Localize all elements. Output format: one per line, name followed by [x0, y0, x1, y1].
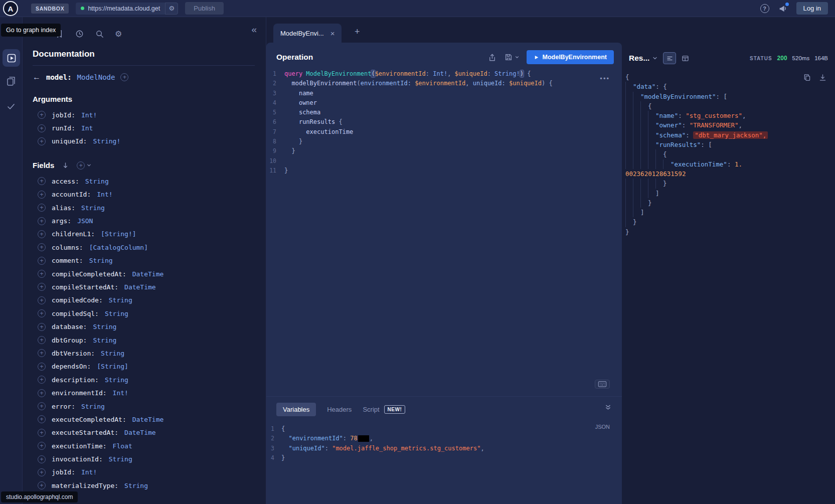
tab-headers[interactable]: Headers	[327, 406, 352, 413]
variables-editor[interactable]: 1{2 "environmentId": 78,3 "uniqueId": "m…	[266, 424, 622, 463]
field-type[interactable]: [CatalogColumn]	[89, 244, 148, 251]
announcements-icon[interactable]	[778, 4, 787, 13]
field-row[interactable]: +dbtGroup:String	[33, 333, 255, 347]
field-name[interactable]: runId:	[52, 124, 75, 132]
checks-nav-icon[interactable]	[6, 101, 16, 111]
field-row[interactable]: +materializedType:String	[33, 479, 255, 492]
add-to-query-icon[interactable]: +	[38, 363, 46, 371]
field-row[interactable]: +compiledCode:String	[33, 294, 255, 307]
add-type-icon[interactable]: +	[120, 73, 128, 81]
field-type[interactable]: String	[105, 376, 128, 384]
field-type[interactable]: String	[81, 204, 105, 212]
add-to-query-icon[interactable]: +	[38, 217, 46, 225]
add-to-query-icon[interactable]: +	[38, 204, 46, 212]
field-name[interactable]: compiledSql:	[52, 310, 99, 317]
add-to-query-icon[interactable]: +	[38, 323, 46, 331]
field-name[interactable]: executionTime:	[52, 442, 107, 450]
add-to-query-icon[interactable]: +	[38, 257, 46, 265]
connection-settings-icon[interactable]: ⚙	[165, 3, 178, 15]
add-to-query-icon[interactable]: +	[38, 336, 46, 344]
add-to-query-icon[interactable]: +	[38, 376, 46, 384]
field-name[interactable]: uniqueId:	[52, 137, 87, 145]
explorer-nav-icon[interactable]	[3, 49, 20, 67]
field-row[interactable]: +args:JSON	[33, 214, 255, 227]
field-row[interactable]: +access:String	[33, 175, 255, 188]
field-row[interactable]: +comment:String	[33, 254, 255, 267]
field-type[interactable]: [String]	[97, 363, 128, 370]
field-type[interactable]: Int!	[97, 191, 112, 198]
schema-nav-icon[interactable]	[6, 76, 16, 86]
code-line[interactable]: 4 owner	[266, 98, 622, 108]
field-name[interactable]: compiledCode:	[52, 296, 103, 304]
field-name[interactable]: jobId:	[52, 468, 75, 476]
field-row[interactable]: +database:String	[33, 320, 255, 333]
download-response-icon[interactable]	[818, 73, 827, 82]
field-type[interactable]: DateTime	[124, 283, 156, 291]
code-line[interactable]: 7 executionTime	[266, 127, 622, 137]
add-to-query-icon[interactable]: +	[38, 243, 46, 251]
field-name[interactable]: compileStartedAt:	[52, 283, 118, 291]
code-line[interactable]: 11}	[266, 166, 622, 176]
response-chevron-icon[interactable]	[652, 55, 658, 61]
field-type[interactable]: String	[93, 337, 116, 344]
table-view-toggle[interactable]	[681, 54, 690, 63]
history-icon[interactable]	[75, 29, 84, 39]
field-row[interactable]: +columns:[CatalogColumn]	[33, 241, 255, 254]
endpoint-url-chip[interactable]: https://metadata.cloud.get ⚙	[76, 3, 178, 15]
response-view-dropdown[interactable]: Res...	[629, 54, 658, 63]
add-to-query-icon[interactable]: +	[38, 177, 46, 185]
help-icon[interactable]: ?	[760, 4, 769, 13]
run-operation-button[interactable]: ModelByEnvironment	[527, 50, 614, 64]
add-to-query-icon[interactable]: +	[38, 309, 46, 317]
sort-fields-icon[interactable]	[61, 161, 70, 170]
add-to-query-icon[interactable]: +	[38, 442, 46, 450]
field-name[interactable]: materializedType:	[52, 482, 118, 489]
code-line[interactable]: 3 "uniqueId": "model.jaffle_shop_metrics…	[266, 444, 622, 453]
code-line[interactable]: 1query ModelByEnvironment($environmentId…	[266, 69, 622, 79]
collapse-variables-icon[interactable]	[604, 404, 612, 411]
code-line[interactable]: 1{	[266, 424, 622, 434]
add-to-query-icon[interactable]: +	[38, 124, 46, 132]
code-line[interactable]: 8 }	[266, 137, 622, 146]
copy-response-icon[interactable]	[803, 73, 811, 82]
field-type[interactable]: Int	[81, 124, 93, 132]
field-name[interactable]: dependsOn:	[52, 363, 91, 370]
add-to-query-icon[interactable]: +	[38, 137, 46, 145]
chevron-down-icon[interactable]	[86, 162, 92, 168]
field-name[interactable]: accountId:	[52, 191, 91, 198]
field-row[interactable]: +environmentId:Int!	[33, 386, 255, 399]
operation-tab-title[interactable]: ModelByEnvi...	[280, 30, 324, 37]
tab-variables[interactable]: Variables	[276, 403, 316, 416]
add-to-query-icon[interactable]: +	[38, 111, 46, 119]
add-all-fields-icon[interactable]: +	[77, 161, 85, 170]
share-icon[interactable]	[487, 53, 497, 62]
field-row[interactable]: +executeCompletedAt:DateTime	[33, 413, 255, 426]
new-tab-icon[interactable]: +	[355, 27, 360, 37]
formatted-view-toggle[interactable]	[663, 52, 676, 64]
field-name[interactable]: dbtVersion:	[52, 350, 95, 357]
add-to-query-icon[interactable]: +	[38, 429, 46, 437]
close-tab-icon[interactable]: ×	[330, 29, 335, 38]
operation-editor[interactable]: 1query ModelByEnvironment($environmentId…	[266, 69, 622, 176]
search-icon[interactable]	[95, 29, 104, 39]
field-name[interactable]: compileCompletedAt:	[52, 270, 126, 278]
add-to-query-icon[interactable]: +	[38, 270, 46, 278]
code-line[interactable]: 2 "environmentId": 78,	[266, 434, 622, 443]
field-type[interactable]: Float	[113, 442, 132, 450]
field-type[interactable]: String!	[93, 137, 120, 145]
save-dropdown-chevron-icon[interactable]	[515, 55, 520, 60]
field-row[interactable]: +executionTime:Float	[33, 439, 255, 452]
field-row[interactable]: +compiledSql:String	[33, 307, 255, 320]
argument-row[interactable]: +uniqueId:String!	[33, 135, 255, 148]
operation-tab[interactable]: ModelByEnvi... ×	[273, 24, 342, 43]
field-name[interactable]: description:	[52, 376, 99, 384]
add-to-query-icon[interactable]: +	[38, 402, 46, 410]
code-line[interactable]: 6 runResults {	[266, 117, 622, 127]
add-to-query-icon[interactable]: +	[38, 415, 46, 423]
field-type[interactable]: String	[124, 482, 148, 489]
breadcrumb-type[interactable]: ModelNode	[77, 73, 115, 81]
field-row[interactable]: +jobId:Int!	[33, 466, 255, 479]
field-type[interactable]: Int!	[81, 111, 97, 119]
field-name[interactable]: executeStartedAt:	[52, 429, 118, 436]
settings-gear-icon[interactable]: ⚙	[115, 29, 122, 39]
